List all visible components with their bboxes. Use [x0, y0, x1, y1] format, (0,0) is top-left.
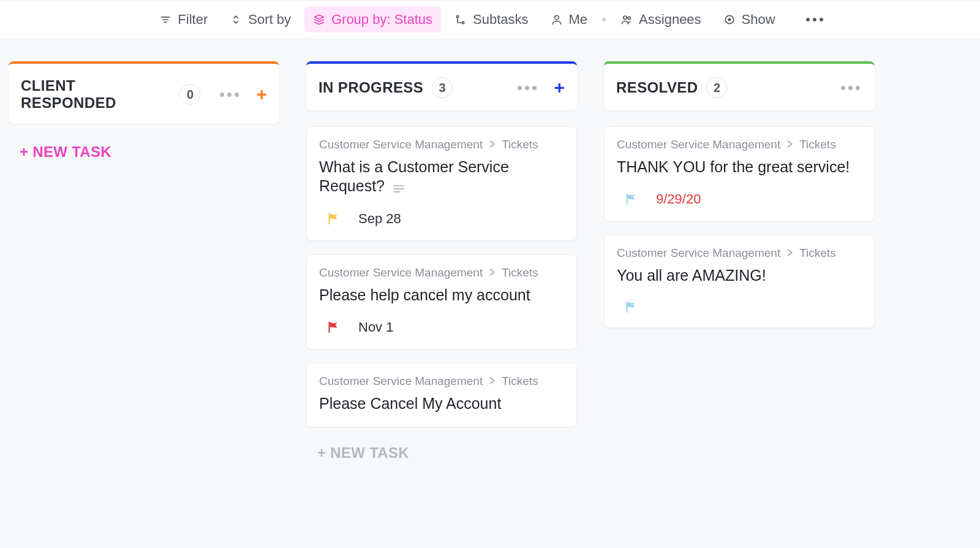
card-title: What is a Customer Service Request?	[319, 158, 509, 194]
svg-point-6	[554, 15, 559, 20]
task-card[interactable]: Customer Service ManagementTickets You a…	[604, 235, 875, 327]
breadcrumb-segment: Customer Service Management	[617, 138, 780, 151]
filter-button[interactable]: Filter	[151, 7, 216, 32]
card-meta: Nov 1	[319, 319, 564, 335]
toolbar-more-button[interactable]	[800, 13, 829, 26]
column-count: 3	[432, 77, 453, 98]
priority-flag-icon[interactable]	[624, 300, 638, 314]
card-meta	[617, 300, 862, 314]
column-body: Customer Service ManagementTickets What …	[306, 126, 577, 465]
board-column-resolved: RESOLVED 2 Customer Service ManagementTi…	[604, 61, 875, 328]
sort-button[interactable]: Sort by	[221, 7, 300, 32]
card-title: You all are AMAZING!	[617, 267, 766, 284]
subtasks-button[interactable]: Subtasks	[446, 7, 537, 32]
task-card[interactable]: Customer Service ManagementTickets Pleas…	[306, 363, 577, 427]
column-menu-button[interactable]	[515, 83, 539, 93]
kanban-board: CLIENT RESPONDED 0 + + NEW TASK IN PROGR…	[0, 39, 980, 487]
groupby-label: Group by: Status	[331, 12, 432, 28]
column-header: CLIENT RESPONDED 0 +	[9, 61, 279, 124]
card-breadcrumb: Customer Service ManagementTickets	[617, 246, 862, 260]
breadcrumb-segment: Tickets	[799, 246, 835, 260]
breadcrumb-segment: Customer Service Management	[617, 246, 780, 260]
column-header: IN PROGRESS 3 +	[306, 61, 577, 110]
svg-point-7	[624, 16, 627, 19]
column-title: IN PROGRESS	[318, 79, 423, 96]
column-count: 0	[179, 84, 200, 105]
board-column-client-responded: CLIENT RESPONDED 0 + + NEW TASK	[9, 61, 279, 164]
breadcrumb-segment: Tickets	[502, 266, 538, 280]
chevron-right-icon	[786, 138, 793, 151]
subtasks-label: Subtasks	[473, 12, 529, 28]
priority-flag-icon[interactable]	[624, 192, 638, 206]
assignees-label: Assignees	[639, 12, 701, 28]
me-label: Me	[569, 12, 588, 28]
breadcrumb-segment: Tickets	[502, 138, 538, 151]
card-breadcrumb: Customer Service ManagementTickets	[617, 138, 862, 151]
column-title: RESOLVED	[616, 79, 698, 96]
show-label: Show	[742, 12, 775, 28]
filter-icon	[159, 13, 172, 26]
description-icon	[393, 185, 404, 193]
card-breadcrumb: Customer Service ManagementTickets	[319, 138, 564, 151]
card-title: Please Cancel My Account	[319, 395, 501, 412]
column-add-button[interactable]: +	[256, 85, 267, 104]
task-card[interactable]: Customer Service ManagementTickets Pleas…	[306, 254, 577, 349]
chevron-right-icon	[489, 266, 496, 280]
groupby-icon	[313, 13, 325, 26]
show-icon	[723, 13, 736, 26]
column-add-button[interactable]: +	[554, 78, 565, 97]
svg-point-10	[728, 18, 730, 20]
breadcrumb-segment: Customer Service Management	[319, 266, 483, 280]
column-title: CLIENT RESPONDED	[21, 77, 171, 112]
filter-label: Filter	[178, 12, 208, 28]
breadcrumb-segment: Customer Service Management	[319, 375, 483, 388]
column-menu-button[interactable]	[217, 90, 241, 99]
card-meta: 9/29/20	[617, 191, 862, 207]
column-header: RESOLVED 2	[604, 61, 875, 110]
card-breadcrumb: Customer Service ManagementTickets	[319, 375, 564, 388]
due-date[interactable]: Nov 1	[358, 319, 393, 335]
show-button[interactable]: Show	[715, 7, 784, 32]
subtasks-icon	[454, 13, 467, 26]
breadcrumb-segment: Tickets	[502, 375, 538, 388]
svg-point-8	[628, 17, 630, 19]
column-menu-button[interactable]	[839, 83, 862, 93]
breadcrumb-segment: Tickets	[799, 138, 835, 151]
column-body: + NEW TASK	[9, 140, 279, 164]
column-count: 2	[706, 77, 727, 98]
column-body: Customer Service ManagementTickets THANK…	[604, 126, 875, 328]
priority-flag-icon[interactable]	[326, 321, 340, 334]
new-task-button[interactable]: + NEW TASK	[9, 140, 279, 164]
board-column-in-progress: IN PROGRESS 3 + Customer Service Managem…	[306, 61, 577, 465]
new-task-button[interactable]: + NEW TASK	[306, 441, 577, 465]
priority-flag-icon[interactable]	[326, 212, 340, 226]
groupby-button[interactable]: Group by: Status	[304, 7, 441, 32]
due-date[interactable]: 9/29/20	[656, 191, 701, 207]
me-button[interactable]: Me	[542, 7, 597, 32]
person-icon	[551, 13, 563, 26]
sort-icon	[230, 13, 242, 26]
assignees-button[interactable]: Assignees	[612, 7, 710, 32]
view-toolbar: Filter Sort by Group by: Status Subtasks…	[0, 0, 980, 39]
card-breadcrumb: Customer Service ManagementTickets	[319, 266, 564, 280]
task-card[interactable]: Customer Service ManagementTickets What …	[306, 126, 577, 241]
sort-label: Sort by	[248, 12, 291, 28]
toolbar-separator	[602, 18, 606, 21]
people-icon	[620, 13, 633, 26]
svg-marker-3	[314, 15, 323, 20]
due-date[interactable]: Sep 28	[358, 211, 401, 227]
svg-point-5	[462, 21, 464, 23]
card-meta: Sep 28	[319, 211, 564, 227]
chevron-right-icon	[489, 138, 496, 151]
chevron-right-icon	[786, 246, 793, 260]
card-title: THANK YOU for the great service!	[617, 158, 850, 175]
chevron-right-icon	[489, 375, 496, 388]
breadcrumb-segment: Customer Service Management	[319, 138, 483, 151]
task-card[interactable]: Customer Service ManagementTickets THANK…	[604, 126, 875, 221]
card-title: Please help cancel my account	[319, 286, 530, 303]
